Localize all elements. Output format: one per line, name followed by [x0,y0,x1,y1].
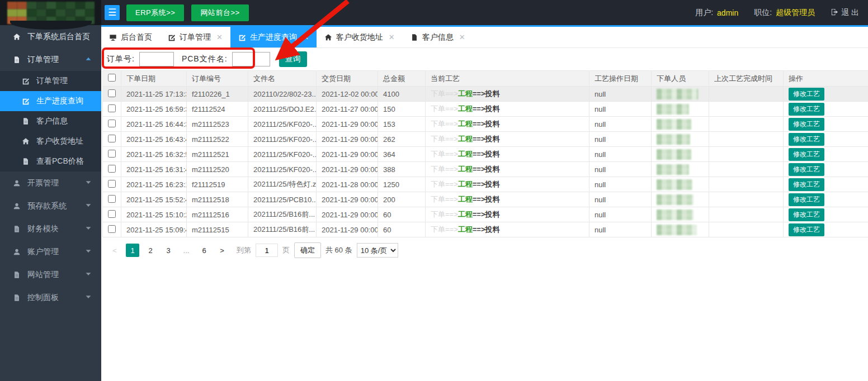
row-select-cell [103,102,121,117]
erp-system-button[interactable]: ERP系统>> [126,4,184,21]
file-icon [13,225,21,233]
sidebar-subitem-3[interactable]: 客户收货地址 [0,131,101,151]
tab-close-icon[interactable]: ✕ [459,33,465,41]
table-row: 2021-11-25 16:44:36m21112523202111/25/KF… [103,117,868,132]
page-size-select[interactable]: 10 条/页 [357,243,398,258]
process-rest: ==>投料 [473,195,500,203]
sidebar-item-3[interactable]: 预存款系统 [0,194,101,217]
sidebar-subitem-2[interactable]: 客户信息 [0,111,101,131]
process-current: 工程 [458,225,473,234]
sidebar-item-6[interactable]: 网站管理 [0,263,101,286]
sidebar-item-4[interactable]: 财务模块 [0,217,101,240]
person-name-blurred [657,149,691,160]
top-navbar: ☰ ERP系统>> 网站前台>> 用户: admin 职位: 超级管理员 退 出 [0,0,868,25]
row-checkbox[interactable] [108,210,116,218]
process-current: 工程 [458,135,473,143]
cell-process: 下单==>工程==>投料 [426,87,589,102]
sidebar-item-2[interactable]: 开票管理 [0,172,101,194]
file-icon [13,294,21,302]
pagination-next[interactable]: > [215,244,229,257]
caretdown-icon [84,293,92,301]
tab-3[interactable]: 客户收货地址✕ [317,27,403,47]
sidebar-item-1[interactable]: 订单管理 [0,48,101,71]
cell-amount: 150 [378,102,426,117]
edit-icon [22,97,30,105]
person-name-blurred [657,164,689,175]
process-done: 下单==> [431,120,458,128]
row-checkbox[interactable] [108,225,116,233]
query-button[interactable]: 查询 [279,51,307,67]
cell-last-done [709,207,784,222]
cell-process: 下单==>工程==>投料 [426,207,589,222]
cell-last-done [709,87,784,102]
tab-0[interactable]: 后台首页 [101,27,160,47]
edit-process-button[interactable]: 修改工艺 [789,223,824,236]
row-checkbox[interactable] [108,150,116,158]
sidebar-subitem-1[interactable]: 生产进度查询 [0,91,101,111]
tab-label: 客户信息 [422,32,454,42]
edit-process-button[interactable]: 修改工艺 [789,118,824,131]
cell-action: 修改工艺 [784,132,868,147]
sidebar-item-label: 下单系统后台首页 [27,32,90,42]
edit-process-button[interactable]: 修改工艺 [789,148,824,161]
edit-process-button[interactable]: 修改工艺 [789,163,824,176]
pagination-prev[interactable]: < [108,244,121,257]
cell-file: 202111/25/B16前... [248,222,317,237]
site-front-button[interactable]: 网站前台>> [191,4,248,21]
tab-close-icon[interactable]: ✕ [303,33,309,41]
pcb-file-input[interactable] [232,52,270,66]
tab-1[interactable]: 订单管理✕ [160,27,230,47]
pagination-page-3[interactable]: 3 [162,244,175,257]
sidebar-item-label: 网站管理 [27,270,59,280]
order-no-input[interactable] [139,52,174,66]
goto-page-input[interactable] [256,244,278,257]
sidebar-item-5[interactable]: 账户管理 [0,240,101,263]
pagination-page-2[interactable]: 2 [144,244,157,257]
tab-close-icon[interactable]: ✕ [216,33,223,41]
tab-label: 客户收货地址 [336,32,383,42]
cell-file: 202111/25/特色灯.zip [248,177,317,192]
logout-button[interactable]: 退 出 [831,8,859,18]
edit-process-button[interactable]: 修改工艺 [789,103,824,116]
row-checkbox[interactable] [108,195,116,203]
pagination-page-1[interactable]: 1 [126,244,139,257]
row-checkbox[interactable] [108,180,116,188]
tab-2[interactable]: 生产进度查询✕ [230,27,317,47]
sidebar-subitem-label: 查看PCB价格 [36,156,84,166]
cell-last-done [709,132,784,147]
tab-close-icon[interactable]: ✕ [389,33,395,41]
tab-4[interactable]: 客户信息✕ [403,27,473,47]
pagination-page-6[interactable]: 6 [197,244,211,257]
goto-label: 到第 [237,245,251,255]
row-checkbox[interactable] [108,165,116,173]
edit-process-button[interactable]: 修改工艺 [789,133,824,146]
sidebar-item-7[interactable]: 控制面板 [0,286,101,309]
row-select-cell [103,192,121,207]
select-all-checkbox[interactable] [108,74,116,82]
sidebar-subitem-label: 客户收货地址 [36,136,83,146]
cell-date: 2021-11-25 15:10:21 [121,207,187,222]
caretdown-icon [84,247,92,255]
sidebar-item-label: 账户管理 [27,247,59,257]
file-icon [22,117,30,125]
cell-delivery: 2021-11-29 00:00:00 [317,117,378,132]
row-checkbox[interactable] [108,135,116,142]
row-checkbox[interactable] [108,120,116,127]
menu-toggle-button[interactable]: ☰ [105,5,120,20]
row-checkbox[interactable] [108,89,116,97]
process-done: 下单==> [431,210,458,218]
cell-process: 下单==>工程==>投料 [426,192,589,207]
sidebar-subitem-0[interactable]: 订单管理 [0,71,101,91]
cell-last-done [709,147,784,162]
edit-process-button[interactable]: 修改工艺 [789,208,824,221]
row-select-cell [103,222,121,237]
cell-amount: 262 [378,132,426,147]
cell-person [652,192,709,207]
row-checkbox[interactable] [108,104,116,112]
edit-process-button[interactable]: 修改工艺 [789,88,824,101]
edit-process-button[interactable]: 修改工艺 [789,193,824,206]
sidebar-subitem-4[interactable]: 查看PCB价格 [0,151,101,172]
edit-process-button[interactable]: 修改工艺 [789,178,824,191]
goto-confirm-button[interactable]: 确定 [294,242,321,258]
cell-last-done [709,117,784,132]
